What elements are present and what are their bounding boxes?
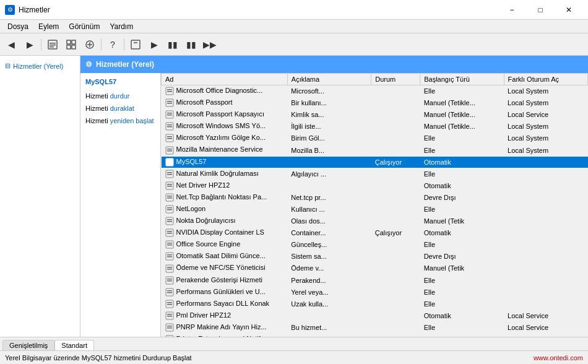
cell-startup: Manuel (Tetik [420,262,504,274]
table-body: Microsoft Office Diagnostic...Microsoft.… [162,85,588,337]
cell-desc: Kullanıcı ... [287,203,371,215]
sidebar-tree-item[interactable]: ⊟ Hizmetler (Yerel) [2,61,77,71]
sidebar-item-label[interactable]: Hizmetler (Yerel) [13,63,64,70]
play-button[interactable]: ▶ [145,36,163,53]
table-row[interactable]: NetLogonKullanıcı ...Elle [162,203,588,215]
cell-desc: Net.tcp pr... [287,191,371,203]
table-row[interactable]: Performans Günlükleri ve U...Yerel veya.… [162,286,588,298]
menu-gorunum[interactable]: Görünüm [64,21,105,32]
cell-logon [504,262,587,274]
menu-eylem[interactable]: Eylem [33,21,64,32]
cell-logon [504,274,587,286]
cell-startup: Elle [420,274,504,286]
minimize-button[interactable]: − [498,0,526,20]
table-row[interactable]: Ödeme ve NFC/SE YöneticisiÖdeme v...Manu… [162,262,588,274]
pause-button[interactable]: ▮▮ [164,36,181,53]
service-info-panel: MySQL57 Hizmeti durdur Hizmeti duraklat … [80,73,161,337]
col-header-durum[interactable]: Durum [371,74,420,85]
toolbar-btn-4[interactable] [127,36,144,53]
cell-status [371,203,420,215]
menu-yardim[interactable]: Yardım [105,21,138,32]
help-button[interactable]: ? [104,36,121,53]
table-row[interactable]: Natural Kimlik DoğrulamasıAlgılayıcı ...… [162,168,588,180]
cell-startup: Elle [420,321,504,333]
cell-logon: Local System [504,333,587,337]
svg-rect-42 [167,197,172,199]
svg-rect-65 [167,290,172,292]
cell-logon [504,191,587,203]
table-row[interactable]: Net Driver HPZ12Otomatik [162,180,588,191]
services-table-container[interactable]: Ad Açıklama Durum Başlangıç Türü Farklı … [161,73,588,337]
toolbar-btn-2[interactable] [63,36,80,53]
next-button[interactable]: ▶▶ [201,36,218,53]
col-header-baslangic[interactable]: Başlangıç Türü [420,74,504,85]
table-row[interactable]: NVIDIA Display Container LSContainer...Ç… [162,227,588,239]
svg-rect-26 [167,136,172,137]
toolbar-btn-1[interactable] [44,36,61,53]
menu-bar: Dosya Eylem Görünüm Yardım [0,20,588,33]
restart-link[interactable]: yeniden başlat [110,117,154,124]
col-header-aciklama[interactable]: Açıklama [287,74,371,85]
header-text: Hizmetler (Yerel) [96,60,154,69]
cell-logon: Local Service [504,321,587,333]
pause-link[interactable]: duraklat [110,105,134,112]
cell-startup: Devre Dışı [420,251,504,262]
status-bar: Yerel Bilgisayar üzerinde MySQL57 hizmet… [0,350,588,364]
svg-rect-24 [167,126,172,128]
maximize-button[interactable]: □ [526,0,555,20]
svg-rect-35 [167,172,172,173]
cell-logon [504,156,587,168]
svg-rect-76 [166,336,173,337]
table-row[interactable]: Pml Driver HPZ12OtomatikLocal Service [162,310,588,321]
col-header-farklioturum[interactable]: Farklı Oturum Aç [504,74,587,85]
close-button[interactable]: ✕ [555,0,583,20]
cell-desc [287,310,371,321]
col-header-ad[interactable]: Ad [162,74,288,85]
table-row[interactable]: Microsoft Office Diagnostic...Microsoft.… [162,85,588,97]
svg-rect-36 [167,174,172,175]
tab-genisletilmis[interactable]: Genişletilmiş [2,340,54,350]
cell-status [371,180,420,191]
table-row[interactable]: Performans Sayacı DLL KonakUzak kulla...… [162,298,588,310]
stop-link[interactable]: durdur [110,92,130,100]
cell-logon [504,298,587,310]
table-row[interactable]: Office Source EngineGüncelleş...Elle [162,239,588,251]
cell-status [371,333,420,337]
service-actions: Hizmeti durdur Hizmeti duraklat Hizmeti … [85,90,155,127]
cell-status [371,262,420,274]
cell-name: NetLogon [162,203,288,215]
table-row[interactable]: PNRP Makine Adı Yayın Hiz...Bu hizmet...… [162,321,588,333]
svg-rect-30 [167,150,172,152]
cell-desc: Mozilla B... [287,144,371,156]
svg-rect-20 [167,113,172,114]
table-row[interactable]: Nokta DoğrulayıcısıOlası dos...Manuel (T… [162,215,588,227]
cell-startup: Elle [420,168,504,180]
table-row[interactable]: MySQL57ÇalışıyorOtomatik [162,156,588,168]
back-button[interactable]: ◀ [2,36,20,53]
svg-rect-18 [167,103,172,104]
table-row[interactable]: Perakende Gösterişi HizmetiPerakend...El… [162,274,588,286]
menu-dosya[interactable]: Dosya [2,21,33,32]
stop-button[interactable]: ▮▮ [183,36,200,53]
forward-button[interactable]: ▶ [21,36,38,53]
table-row[interactable]: Printer Extensions and Notif...This serv… [162,333,588,337]
cell-desc: Uzak kulla... [287,298,371,310]
cell-startup: Elle [420,132,504,144]
svg-rect-21 [167,115,172,116]
cell-startup: Elle [420,298,504,310]
table-row[interactable]: Microsoft Passport KapsayıcıKimlik sa...… [162,109,588,121]
cell-status [371,97,420,109]
toolbar-btn-3[interactable] [81,36,98,53]
table-row[interactable]: Mozilla Maintenance ServiceMozilla B...E… [162,144,588,156]
table-row[interactable]: Otomatik Saat Dilimi Günce...Sistem sa..… [162,251,588,262]
table-row[interactable]: Net.Tcp Bağlantı Noktası Pa...Net.tcp pr… [162,191,588,203]
cell-logon: Local System [504,132,587,144]
cell-startup: Elle [420,286,504,298]
svg-rect-23 [167,124,172,126]
status-text: Yerel Bilgisayar üzerinde MySQL57 hizmet… [5,354,192,362]
svg-rect-41 [167,196,172,197]
table-row[interactable]: Microsoft Yazılımı Gölge Ko...Birim Göl.… [162,132,588,144]
tab-standart[interactable]: Standart [54,340,94,350]
table-row[interactable]: Microsoft PassportBir kullanı...Manuel (… [162,97,588,109]
table-row[interactable]: Microsoft Windows SMS Yö...İlgili iste..… [162,121,588,132]
